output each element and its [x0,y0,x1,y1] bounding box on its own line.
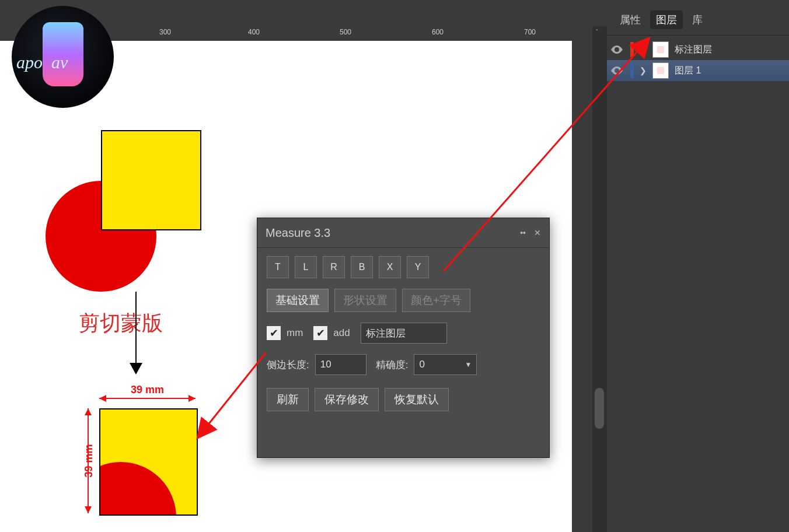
settings-tabs-row: 基础设置 形状设置 颜色+字号 [267,289,540,312]
ruler-tick: 400 [248,28,260,36]
layers-list: ❯ 标注图层 ❯ 图层 1 [607,36,789,85]
visibility-icon[interactable] [610,43,623,56]
dir-button-r[interactable]: R [323,256,345,278]
tab-basic-settings[interactable]: 基础设置 [267,289,329,312]
ruler-tick: 600 [432,28,444,36]
layer-thumbnail [652,62,669,79]
dir-button-l[interactable]: L [295,256,317,278]
watermark-logo: apo av [12,6,114,108]
side-length-label: 侧边长度: [267,358,309,372]
layer-name: 标注图层 [675,44,712,56]
dimension-value: 39 mm [83,444,95,477]
chevron-down-icon: ▼ [465,360,472,369]
clipped-circle-shape [99,462,176,516]
layer-name-input[interactable]: 标注图层 [361,323,447,344]
scroll-up-icon[interactable]: ˆ [596,29,598,36]
close-icon[interactable]: ✕ [534,228,541,237]
panel-titlebar[interactable]: Measure 3.3 •• ✕ [257,218,549,248]
dir-button-t[interactable]: T [267,256,289,278]
layer-row[interactable]: ❯ 图层 1 [607,60,789,81]
arrow-down-icon [135,292,137,373]
dimension-vertical: 39 mm [76,408,93,513]
reset-button[interactable]: 恢复默认 [385,388,449,411]
action-buttons-row: 刷新 保存修改 恢复默认 [267,388,540,411]
scroll-thumb[interactable] [595,388,604,429]
vertical-scrollbar[interactable]: ˆ [592,26,607,532]
tab-properties[interactable]: 属性 [614,10,647,29]
visibility-icon[interactable] [610,64,623,77]
chevron-right-icon[interactable]: ❯ [640,66,647,75]
layer-thumbnail [652,41,669,58]
checkbox-add[interactable]: ✔ [313,326,327,340]
direction-buttons-row: T L R B X Y [267,256,540,278]
layer-row[interactable]: ❯ 标注图层 [607,39,789,60]
chevron-right-icon[interactable]: ❯ [640,45,647,54]
side-length-input[interactable]: 10 [315,354,366,375]
dimension-value: 39 mm [99,384,195,396]
layer-color-band [630,63,634,78]
ruler-tick: 300 [159,28,171,36]
tab-layers[interactable]: 图层 [650,10,683,29]
precision-value: 0 [419,359,424,370]
refresh-button[interactable]: 刷新 [267,388,309,411]
dir-button-y[interactable]: Y [407,256,429,278]
checkbox-mm-label: mm [287,327,303,339]
precision-label: 精确度: [376,358,409,372]
measure-panel[interactable]: Measure 3.3 •• ✕ T L R B X Y 基础设置 形状设置 颜… [257,218,550,458]
checkbox-mm[interactable]: ✔ [267,326,281,340]
layer-color-band [630,42,634,57]
precision-dropdown[interactable]: 0 ▼ [414,354,477,375]
panel-tabs: 属性 图层 库 [607,0,789,36]
numeric-row: 侧边长度: 10 精确度: 0 ▼ [267,354,540,375]
tab-color-font[interactable]: 颜色+字号 [402,289,470,312]
dimension-horizontal: 39 mm [99,386,195,404]
layer-name: 图层 1 [675,65,701,77]
right-panel: 属性 图层 库 ❯ 标注图层 ❯ 图层 1 [607,0,789,532]
clipped-square-shape[interactable] [99,408,198,516]
dir-button-x[interactable]: X [379,256,401,278]
save-button[interactable]: 保存修改 [315,388,379,411]
checkbox-add-label: add [333,327,350,339]
tab-shape-settings[interactable]: 形状设置 [334,289,396,312]
clipping-mask-label: 剪切蒙版 [79,309,163,338]
ruler-tick: 700 [524,28,536,36]
minimize-icon[interactable]: •• [520,228,526,237]
ruler-tick: 500 [340,28,351,36]
panel-title: Measure 3.3 [266,226,330,240]
dir-button-b[interactable]: B [351,256,373,278]
checkbox-row: ✔ mm ✔ add 标注图层 [267,323,540,344]
tab-library[interactable]: 库 [686,10,708,29]
yellow-square-shape[interactable] [101,130,201,230]
